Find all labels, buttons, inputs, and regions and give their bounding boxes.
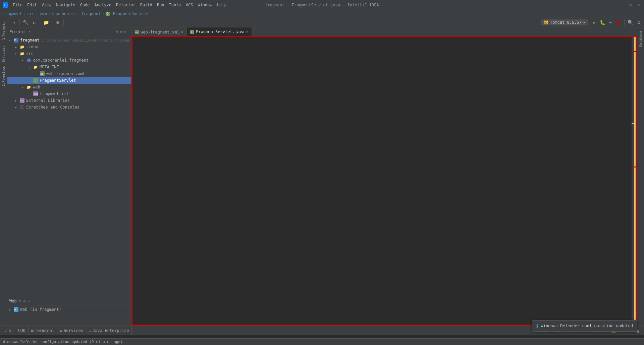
project-structure-button[interactable]: 📁 bbox=[42, 19, 50, 26]
menu-tools[interactable]: Tools bbox=[167, 2, 183, 8]
web-settings-icon[interactable]: ⚙ bbox=[23, 299, 26, 303]
project-panel: Project ▾ ⊕ ≡ ⚙ — ▾ M fragment C:\Users\… bbox=[7, 27, 131, 326]
bottom-status-bar: Windows Defender configuration updated (… bbox=[0, 338, 644, 345]
menu-analyze[interactable]: Analyze bbox=[92, 2, 113, 8]
web-fragment-xml-label: web-fragment.xml bbox=[46, 71, 85, 76]
database-tool-label[interactable]: Database bbox=[638, 29, 643, 49]
tab-xml-close[interactable]: ✕ bbox=[181, 30, 183, 34]
debug-button[interactable]: 🐛 bbox=[599, 19, 606, 26]
settings-button[interactable]: ⚙ bbox=[54, 19, 61, 26]
fragment-iml-label: fragment.iml bbox=[40, 91, 69, 96]
run-button[interactable]: ▶ bbox=[591, 19, 598, 26]
java-enterprise-icon: ☕ bbox=[89, 328, 91, 333]
breadcrumb-caochenlei[interactable]: caochenlei bbox=[52, 11, 76, 16]
menu-refactor[interactable]: Refactor bbox=[114, 2, 138, 8]
tree-item-web[interactable]: ▾ 📁 web bbox=[7, 84, 131, 90]
sync-button[interactable]: ↻ bbox=[31, 19, 38, 26]
search-everywhere-button[interactable]: 🔍 bbox=[627, 19, 634, 26]
tree-item-package[interactable]: ▾ co com.caochenlei.fragment bbox=[7, 57, 131, 64]
svg-text:co: co bbox=[28, 59, 30, 62]
fragment-servlet-label: FragmentServlet bbox=[40, 78, 76, 83]
web-hide-icon[interactable]: — bbox=[28, 299, 30, 303]
error-mark bbox=[632, 51, 636, 52]
breadcrumb-class[interactable]: C FragmentServlet bbox=[106, 11, 149, 16]
status-todo[interactable]: ✓ 6: TODO bbox=[2, 326, 29, 335]
menu-vcs[interactable]: VCS bbox=[184, 2, 195, 8]
menu-edit[interactable]: Edit bbox=[25, 2, 39, 8]
tab-java-close[interactable]: ✕ bbox=[246, 29, 249, 34]
minimize-button[interactable]: ─ bbox=[620, 2, 625, 8]
breadcrumb: fragment › src › com › caochenlei › frag… bbox=[0, 10, 644, 17]
tree-item-scratches[interactable]: ▶ sc Scratches and Consoles bbox=[7, 104, 131, 111]
build-button[interactable]: 🔨 bbox=[22, 19, 29, 26]
breadcrumb-src[interactable]: src bbox=[27, 11, 35, 16]
code-content[interactable] bbox=[154, 38, 637, 324]
breadcrumb-fragment2[interactable]: fragment bbox=[81, 11, 101, 16]
stop-button[interactable]: ■ bbox=[615, 19, 622, 26]
tree-item-web-in-fragment[interactable]: ▶ W Web (in fragment) bbox=[7, 306, 131, 313]
menu-view[interactable]: View bbox=[40, 2, 53, 8]
error-mark-2 bbox=[632, 166, 636, 167]
settings-icon[interactable]: ⚙ bbox=[123, 29, 126, 34]
web-in-fragment-label: Web (in fragment) bbox=[20, 307, 61, 312]
maximize-button[interactable]: □ bbox=[628, 2, 633, 8]
tree-item-src[interactable]: ▾ 📁 src bbox=[7, 50, 131, 57]
menu-build[interactable]: Build bbox=[138, 2, 154, 8]
project-panel-header: Project ▾ ⊕ ≡ ⚙ — bbox=[7, 27, 131, 36]
breadcrumb-com[interactable]: com bbox=[40, 11, 47, 16]
menu-file[interactable]: File bbox=[11, 2, 24, 8]
src-label: src bbox=[26, 51, 34, 56]
tab-web-fragment-xml[interactable]: xml web-fragment.xml ✕ bbox=[131, 27, 187, 37]
xml-tab-icon: xml bbox=[135, 30, 139, 34]
tree-item-fragment-iml[interactable]: ▶ iml fragment.iml bbox=[7, 90, 131, 97]
todo-label: 6: TODO bbox=[8, 328, 25, 333]
tomcat-dropdown-icon[interactable]: ▾ bbox=[583, 20, 585, 25]
tree-item-idea[interactable]: ▶ 📁 .idea bbox=[7, 44, 131, 50]
left-sidebar-icons: 1:Project Structure 2:Favorites bbox=[0, 27, 7, 326]
menu-run[interactable]: Run bbox=[155, 2, 166, 8]
window-controls[interactable]: ─ □ ✕ bbox=[620, 2, 641, 8]
status-services[interactable]: ⚙ Services bbox=[57, 326, 86, 335]
tree-item-fragment[interactable]: ▾ M fragment C:\Users\CaoChenLei\IdeaPro… bbox=[7, 37, 131, 44]
package-label: com.caochenlei.fragment bbox=[33, 58, 89, 63]
menu-code[interactable]: Code bbox=[78, 2, 92, 8]
project-tree[interactable]: ▾ M fragment C:\Users\CaoChenLei\IdeaPro… bbox=[7, 36, 131, 297]
java-tab-icon: J bbox=[190, 30, 194, 34]
project-dropdown-icon[interactable]: ▾ bbox=[29, 30, 31, 33]
tree-item-external-libs[interactable]: ▶ lib External Libraries bbox=[7, 97, 131, 104]
menu-navigate[interactable]: Navigate bbox=[54, 2, 77, 8]
web-collapse-icon[interactable]: ≡ bbox=[19, 299, 21, 303]
editor-tabs: xml web-fragment.xml ✕ J FragmentServlet… bbox=[131, 27, 637, 37]
breadcrumb-fragment[interactable]: fragment bbox=[3, 11, 22, 16]
structure-tool-icon[interactable]: Structure bbox=[1, 51, 7, 57]
tree-item-meta-inf[interactable]: ▾ 📁 META-INF bbox=[7, 64, 131, 70]
toolbar: ← → 🔨 ↻ 📁 ⚙ 🐱 Tomcat 8.5.57 ▾ ▶ 🐛 ☂ ■ 🔍 … bbox=[0, 17, 644, 27]
favorites-tool-icon[interactable]: 2:Favorites bbox=[1, 73, 7, 79]
run-config-selector[interactable]: 🐱 Tomcat 8.5.57 ▾ bbox=[541, 19, 588, 25]
status-java-enterprise[interactable]: ☕ Java Enterprise bbox=[86, 326, 132, 335]
menu-help[interactable]: Help bbox=[215, 2, 229, 8]
web-tree[interactable]: ▶ W Web (in fragment) bbox=[7, 305, 131, 326]
scratches-label: Scratches and Consoles bbox=[26, 105, 79, 110]
tree-item-web-fragment-xml[interactable]: ▶ xml web-fragment.xml bbox=[7, 70, 131, 77]
menu-bar[interactable]: FileEditViewNavigateCodeAnalyzeRefactorB… bbox=[11, 2, 229, 8]
status-terminal[interactable]: ⊞ Terminal bbox=[29, 326, 57, 335]
collapse-all-icon[interactable]: ≡ bbox=[120, 29, 122, 34]
menu-window[interactable]: Window bbox=[196, 2, 214, 8]
coverage-button[interactable]: ☂ bbox=[607, 19, 614, 26]
project-tool-icon[interactable]: 1:Project bbox=[1, 29, 7, 35]
fragment-root-label: fragment bbox=[20, 38, 40, 43]
settings2-button[interactable]: ⚙ bbox=[635, 19, 643, 26]
hide-icon[interactable]: — bbox=[127, 29, 129, 34]
tomcat-label: Tomcat 8.5.57 bbox=[550, 20, 582, 25]
code-editor[interactable] bbox=[131, 37, 637, 326]
svg-text:J: J bbox=[191, 31, 192, 33]
titlebar: IJ FileEditViewNavigateCodeAnalyzeRefact… bbox=[0, 0, 644, 10]
tab-fragment-servlet[interactable]: J FragmentServlet.java ✕ bbox=[187, 27, 252, 37]
close-button[interactable]: ✕ bbox=[636, 2, 641, 8]
tree-item-fragment-servlet[interactable]: ▶ J FragmentServlet bbox=[7, 77, 131, 84]
web-panel-label: Web bbox=[9, 299, 17, 303]
locate-icon[interactable]: ⊕ bbox=[116, 29, 119, 34]
forward-button[interactable]: → bbox=[10, 19, 17, 26]
main-layout: 1:Project Structure 2:Favorites Project … bbox=[0, 27, 644, 326]
